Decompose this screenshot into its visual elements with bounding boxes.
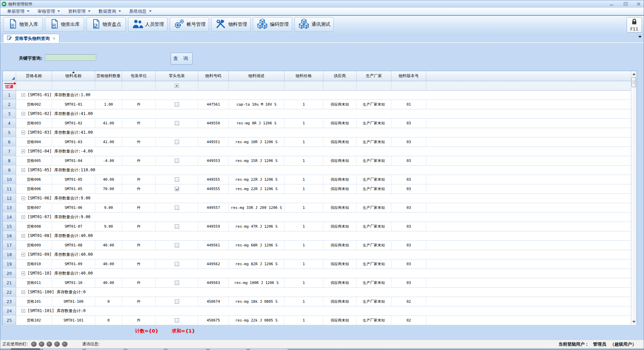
cell-物料描述[interactable]: res-mg 68R J 1206 S xyxy=(229,241,284,250)
group-row[interactable]: 3[SMT01-02] 库存数量合计:41.00 xyxy=(3,109,637,119)
cell-包装单位[interactable]: 件 xyxy=(122,297,156,306)
scroll-down-icon[interactable] xyxy=(631,319,637,325)
cell-零头包装[interactable] xyxy=(156,119,198,128)
cell-物料价格[interactable]: 1 xyxy=(284,278,323,287)
cell-供应商[interactable]: 供应商未知 xyxy=(323,156,357,165)
package-checkbox[interactable] xyxy=(175,281,179,285)
tab-overflow-icon[interactable] xyxy=(638,36,642,38)
cell-物料名称[interactable]: SMT01-08 xyxy=(52,241,95,250)
vertical-scrollbar[interactable] xyxy=(631,71,637,325)
cell-物料名称[interactable]: SMT01-07 xyxy=(52,222,95,231)
cell-零头包装[interactable] xyxy=(156,156,198,165)
group-row[interactable]: 1[SMT01-01] 库存数量合计:1.00 xyxy=(3,91,637,100)
row-number[interactable]: 25 xyxy=(3,316,16,325)
cell-物料号码[interactable]: 449553 xyxy=(198,156,229,165)
table-row[interactable]: 10货格006SMT01-0540.00件449555res-mg 22R J … xyxy=(3,175,637,184)
row-number[interactable]: 15 xyxy=(3,222,16,231)
cell-零头包装[interactable] xyxy=(156,100,198,109)
table-row[interactable]: 19货格010SMT01-0940.00件449562res-mg 82R J … xyxy=(3,259,637,269)
toolbar-button-3[interactable]: 物资盘点 xyxy=(87,17,126,32)
filter-cell-9[interactable] xyxy=(323,81,357,90)
group-row[interactable]: 20[SMT01-10] 库存数量合计:40.00 xyxy=(3,269,637,278)
cell-物料号码[interactable]: 449562 xyxy=(198,259,229,269)
row-number[interactable]: 14 xyxy=(3,213,16,222)
column-header-10[interactable]: 生产厂家 xyxy=(357,71,391,81)
cell-供应商[interactable]: 供应商未知 xyxy=(323,100,357,109)
cell-零头包装[interactable] xyxy=(156,278,198,287)
toolbar-button-2[interactable]: 物资出库 xyxy=(45,17,84,32)
row-number[interactable]: 23 xyxy=(3,297,16,306)
table-row[interactable]: 2货格002SMT01-011.00件447561cap-ta 10u M 10… xyxy=(3,100,637,109)
cell-物料描述[interactable]: res-mg 33R J 200 1206 S xyxy=(229,203,284,212)
row-number[interactable]: 11 xyxy=(3,184,16,193)
cell-供应商[interactable]: 供应商未知 xyxy=(323,137,357,147)
table-row[interactable]: 11货格006SMT01-0570.00件449555res-mg 22R J … xyxy=(3,184,637,194)
cell-货格名称[interactable]: 货格002 xyxy=(16,100,52,109)
cell-物料名称[interactable]: SMT01-05 xyxy=(52,184,95,193)
cell-货格名称[interactable]: 货格009 xyxy=(16,241,52,250)
cell-物料号码[interactable]: 449551 xyxy=(198,137,229,147)
toolbar-button-8[interactable]: 通讯测试 xyxy=(294,17,334,32)
cell-供应商[interactable]: 供应商未知 xyxy=(323,241,357,250)
cell-生产厂家[interactable]: 生产厂家未知 xyxy=(357,184,391,193)
row-number[interactable]: 10 xyxy=(3,175,16,184)
table-row[interactable]: 4货格003SMT01-0241.00件449550res-mg 0R J 12… xyxy=(3,119,637,128)
cell-物料描述[interactable]: res-mg 22R J 1206 S xyxy=(229,175,284,184)
cell-零头包装[interactable] xyxy=(156,259,198,269)
filter-cell-8[interactable] xyxy=(284,81,323,90)
table-row[interactable]: 13货格007SMT01-069.00件449557res-mg 33R J 2… xyxy=(3,203,637,213)
cell-包装单位[interactable]: 件 xyxy=(122,203,156,212)
column-header-7[interactable]: 物料描述 xyxy=(229,71,284,81)
column-header-11[interactable]: 物料版本号 xyxy=(391,71,426,81)
scroll-up-icon[interactable] xyxy=(631,71,637,77)
cell-物料名称[interactable]: SMT01-101 xyxy=(52,316,95,325)
cell-包装单位[interactable]: 件 xyxy=(122,100,156,109)
group-row[interactable]: 18[SMT01-09] 库存数量合计:40.00 xyxy=(3,250,637,259)
cell-生产厂家[interactable]: 生产厂家未知 xyxy=(357,278,391,287)
filter-cell-1[interactable] xyxy=(16,81,52,90)
filter-checkbox[interactable] xyxy=(175,84,179,88)
row-number[interactable]: 7 xyxy=(3,147,16,156)
close-icon[interactable] xyxy=(636,2,641,6)
row-number[interactable]: 16 xyxy=(3,231,16,240)
scrollbar-thumb[interactable] xyxy=(632,77,636,87)
cell-货格物料数量[interactable]: 0 xyxy=(95,297,122,306)
cell-物料版本号[interactable]: 03 xyxy=(391,184,426,193)
filter-cell-4[interactable] xyxy=(122,81,156,90)
cell-物料版本号[interactable]: 02 xyxy=(391,297,426,306)
cell-物料号码[interactable]: 449563 xyxy=(198,278,229,287)
cell-供应商[interactable]: 供应商未知 xyxy=(323,119,357,128)
cell-货格名称[interactable]: 货格006 xyxy=(16,175,52,184)
cell-包装单位[interactable]: 件 xyxy=(122,175,156,184)
collapse-icon[interactable] xyxy=(21,93,25,97)
cell-货格物料数量[interactable]: 40.00 xyxy=(95,278,122,287)
filter-cell-3[interactable] xyxy=(95,81,122,90)
cell-供应商[interactable]: 供应商未知 xyxy=(323,203,357,212)
package-checkbox[interactable] xyxy=(175,299,179,304)
cell-物料描述[interactable]: res-mg 0R J 1206 S xyxy=(229,119,284,128)
cell-物料价格[interactable]: 1 xyxy=(284,241,323,250)
cell-货格名称[interactable]: 货格003 xyxy=(16,119,52,128)
row-number[interactable]: 5 xyxy=(3,128,16,137)
cell-货格物料数量[interactable]: 9.00 xyxy=(95,203,122,212)
cell-供应商[interactable]: 供应商未知 xyxy=(323,278,357,287)
minimize-icon[interactable] xyxy=(609,2,614,6)
cell-货格物料数量[interactable]: 40.00 xyxy=(95,241,122,250)
row-number[interactable]: 17 xyxy=(3,241,16,250)
column-header-5[interactable]: 零头包装 xyxy=(156,71,198,81)
menu-item-5[interactable]: 系统信息 xyxy=(126,8,155,15)
cell-物料价格[interactable]: 1 xyxy=(284,156,323,165)
cell-物料号码[interactable]: 449550 xyxy=(198,119,229,128)
row-number[interactable]: 19 xyxy=(3,259,16,269)
row-number[interactable]: 1 xyxy=(3,91,16,100)
toolbar-button-1[interactable]: 物资入库 xyxy=(3,17,43,32)
row-number[interactable]: 8 xyxy=(3,156,16,165)
table-row[interactable]: 21货格011SMT01-1040.00件449563res-mg 100R J… xyxy=(3,278,637,288)
cell-货格名称[interactable]: 货格101 xyxy=(16,297,52,306)
package-checkbox[interactable] xyxy=(175,243,179,247)
cell-包装单位[interactable]: 件 xyxy=(122,119,156,128)
package-checkbox[interactable] xyxy=(175,224,179,229)
cell-物料号码[interactable]: 449555 xyxy=(198,175,229,184)
menu-item-2[interactable]: 审核管理 xyxy=(34,8,63,15)
table-row[interactable]: 6货格004SMT01-0341.00件449551res-mg 10R J 1… xyxy=(3,137,637,147)
